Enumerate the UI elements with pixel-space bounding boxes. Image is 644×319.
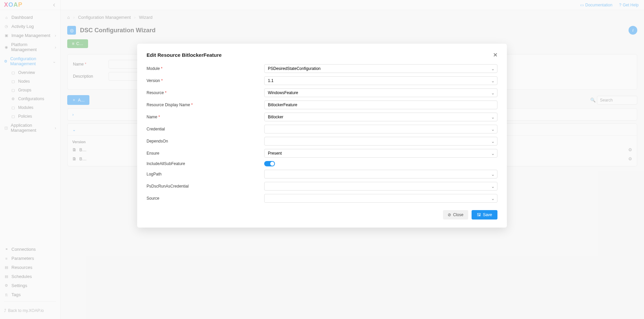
modal-title: Edit Resource BitlockerFeature: [147, 52, 222, 58]
edit-resource-modal: Edit Resource BitlockerFeature ✕ Module …: [137, 44, 507, 228]
ensure-label: Ensure: [147, 151, 257, 156]
includeall-label: IncludeAllSubFeature: [147, 161, 257, 166]
credential-select[interactable]: [264, 125, 497, 133]
version-label: Version *: [147, 78, 257, 83]
credential-label: Credential: [147, 127, 257, 131]
ensure-select[interactable]: [264, 149, 497, 158]
dependson-label: DependsOn: [147, 139, 257, 144]
module-label: Module *: [147, 66, 257, 71]
close-circle-icon: ⊘: [448, 212, 451, 217]
source-select[interactable]: [264, 194, 497, 203]
close-icon[interactable]: ✕: [493, 52, 497, 58]
save-button[interactable]: 🖫Save: [472, 210, 497, 220]
display-name-input[interactable]: [264, 101, 497, 109]
save-icon: 🖫: [477, 212, 481, 217]
resource-select[interactable]: [264, 88, 497, 97]
resource-label: Resource *: [147, 90, 257, 95]
dependson-select[interactable]: [264, 137, 497, 146]
module-select[interactable]: [264, 64, 497, 73]
name-select[interactable]: [264, 113, 497, 121]
runas-label: PsDscRunAsCredential: [147, 184, 257, 189]
display-name-label: Resource Display Name *: [147, 103, 257, 107]
logpath-label: LogPath: [147, 172, 257, 176]
close-button[interactable]: ⊘Close: [443, 210, 468, 220]
version-select[interactable]: [264, 76, 497, 85]
source-label: Source: [147, 196, 257, 201]
modal-overlay: Edit Resource BitlockerFeature ✕ Module …: [0, 0, 644, 319]
name-field-label: Name *: [147, 115, 257, 119]
runas-select[interactable]: [264, 182, 497, 191]
includeall-toggle[interactable]: [264, 161, 275, 166]
logpath-select[interactable]: [264, 170, 497, 178]
